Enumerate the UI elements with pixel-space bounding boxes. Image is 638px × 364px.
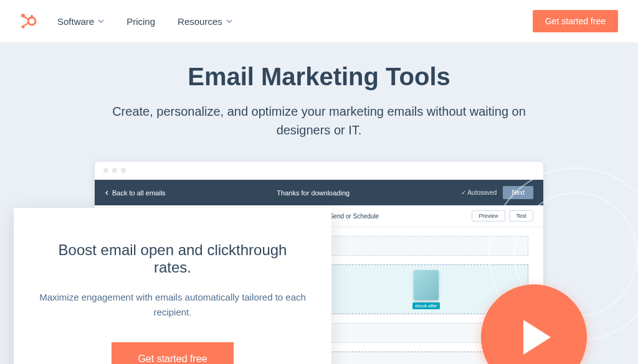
ebook-label: ebook-after	[412, 302, 439, 309]
tab-send[interactable]: Send or Schedule	[330, 213, 379, 220]
top-navigation: Software Pricing Resources Get started f…	[0, 0, 638, 43]
nav-items: Software Pricing Resources	[57, 16, 533, 27]
feature-card: Boost email open and clickthrough rates.…	[14, 208, 331, 364]
window-chrome	[95, 162, 543, 180]
window-dot	[112, 168, 117, 173]
chevron-down-icon	[226, 18, 232, 24]
autosaved-status: ✓ Autosaved	[461, 189, 497, 196]
nav-label: Pricing	[126, 16, 155, 27]
back-label: Back to all emails	[112, 189, 166, 197]
chevron-down-icon	[98, 18, 104, 24]
hero-section: Email Marketing Tools Create, personaliz…	[0, 43, 638, 364]
nav-label: Software	[57, 16, 94, 27]
window-dot	[103, 168, 108, 173]
nav-label: Resources	[178, 16, 222, 27]
ebook-thumbnail	[414, 270, 439, 300]
back-link[interactable]: Back to all emails	[105, 189, 166, 197]
card-title: Boost email open and clickthrough rates.	[39, 241, 307, 276]
card-cta-button[interactable]: Get started free	[112, 342, 233, 364]
page-subtitle: Create, personalize, and optimize your m…	[101, 102, 537, 139]
nav-item-resources[interactable]: Resources	[178, 16, 232, 27]
svg-point-2	[22, 26, 25, 29]
nav-item-software[interactable]: Software	[57, 16, 104, 27]
app-title: Thanks for downloading	[166, 189, 461, 197]
page-title: Email Marketing Tools	[0, 63, 638, 91]
get-started-button[interactable]: Get started free	[533, 10, 618, 32]
card-text: Maximize engagement with emails automati…	[39, 290, 307, 320]
chevron-left-icon	[105, 190, 110, 195]
app-header: Back to all emails Thanks for downloadin…	[95, 180, 543, 205]
window-dot	[121, 168, 126, 173]
nav-item-pricing[interactable]: Pricing	[126, 16, 155, 27]
play-icon	[523, 320, 551, 355]
hubspot-logo[interactable]	[20, 12, 37, 30]
